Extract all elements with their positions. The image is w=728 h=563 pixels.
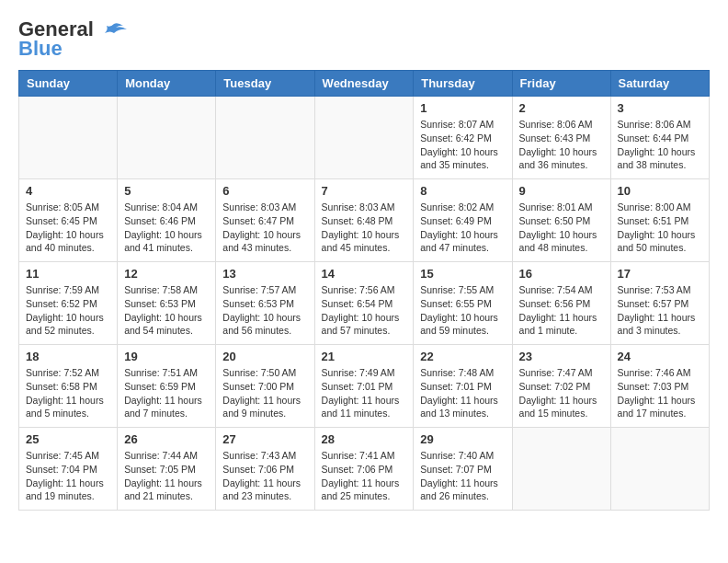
day-number: 25	[26, 432, 110, 446]
day-number: 27	[222, 432, 307, 446]
weekday-header-monday: Monday	[118, 71, 216, 97]
logo: General Blue	[18, 18, 127, 61]
day-number: 9	[519, 184, 604, 198]
day-number: 4	[26, 184, 110, 198]
day-info: Sunrise: 8:00 AM Sunset: 6:51 PM Dayligh…	[618, 201, 702, 255]
day-info: Sunrise: 8:03 AM Sunset: 6:48 PM Dayligh…	[322, 201, 407, 255]
calendar-day-26: 26Sunrise: 7:44 AM Sunset: 7:05 PM Dayli…	[118, 428, 216, 511]
calendar-day-3: 3Sunrise: 8:06 AM Sunset: 6:44 PM Daylig…	[610, 97, 709, 179]
calendar-day-10: 10Sunrise: 8:00 AM Sunset: 6:51 PM Dayli…	[610, 179, 709, 262]
weekday-header-friday: Friday	[512, 71, 610, 97]
day-info: Sunrise: 7:51 AM Sunset: 6:59 PM Dayligh…	[124, 366, 209, 420]
weekday-header-thursday: Thursday	[414, 71, 512, 97]
calendar-day-14: 14Sunrise: 7:56 AM Sunset: 6:54 PM Dayli…	[314, 262, 414, 345]
calendar-day-20: 20Sunrise: 7:50 AM Sunset: 7:00 PM Dayli…	[216, 345, 314, 428]
calendar-day-2: 2Sunrise: 8:06 AM Sunset: 6:43 PM Daylig…	[512, 97, 610, 179]
day-number: 26	[124, 432, 209, 446]
calendar-day-16: 16Sunrise: 7:54 AM Sunset: 6:56 PM Dayli…	[512, 262, 610, 345]
calendar-week-row: 11Sunrise: 7:59 AM Sunset: 6:52 PM Dayli…	[19, 262, 710, 345]
calendar-empty-cell	[118, 97, 216, 179]
calendar-empty-cell	[19, 97, 118, 179]
day-number: 28	[322, 432, 407, 446]
day-number: 23	[519, 350, 604, 363]
calendar-day-5: 5Sunrise: 8:04 AM Sunset: 6:46 PM Daylig…	[118, 179, 216, 262]
logo-bird-icon	[101, 22, 127, 39]
day-info: Sunrise: 7:47 AM Sunset: 7:02 PM Dayligh…	[519, 366, 604, 420]
calendar-day-24: 24Sunrise: 7:46 AM Sunset: 7:03 PM Dayli…	[610, 345, 709, 428]
day-info: Sunrise: 8:07 AM Sunset: 6:42 PM Dayligh…	[420, 118, 505, 172]
day-info: Sunrise: 8:02 AM Sunset: 6:49 PM Dayligh…	[420, 201, 505, 255]
day-info: Sunrise: 7:55 AM Sunset: 6:55 PM Dayligh…	[420, 283, 505, 338]
day-info: Sunrise: 8:06 AM Sunset: 6:43 PM Dayligh…	[519, 118, 604, 172]
day-info: Sunrise: 8:05 AM Sunset: 6:45 PM Dayligh…	[26, 201, 110, 255]
calendar-day-25: 25Sunrise: 7:45 AM Sunset: 7:04 PM Dayli…	[19, 428, 118, 511]
day-number: 20	[222, 350, 307, 363]
day-number: 5	[124, 184, 209, 198]
calendar-empty-cell	[512, 428, 610, 511]
day-info: Sunrise: 7:58 AM Sunset: 6:53 PM Dayligh…	[124, 283, 209, 338]
calendar-day-18: 18Sunrise: 7:52 AM Sunset: 6:58 PM Dayli…	[19, 345, 118, 428]
weekday-header-tuesday: Tuesday	[216, 71, 314, 97]
day-info: Sunrise: 7:53 AM Sunset: 6:57 PM Dayligh…	[618, 283, 702, 338]
day-number: 10	[618, 184, 702, 198]
day-info: Sunrise: 8:03 AM Sunset: 6:47 PM Dayligh…	[222, 201, 307, 255]
calendar-day-6: 6Sunrise: 8:03 AM Sunset: 6:47 PM Daylig…	[216, 179, 314, 262]
day-number: 29	[420, 432, 505, 446]
day-info: Sunrise: 7:45 AM Sunset: 7:04 PM Dayligh…	[26, 449, 110, 503]
day-number: 8	[420, 184, 505, 198]
day-number: 21	[322, 350, 407, 363]
calendar-day-12: 12Sunrise: 7:58 AM Sunset: 6:53 PM Dayli…	[118, 262, 216, 345]
day-number: 24	[618, 350, 702, 363]
weekday-header-row: SundayMondayTuesdayWednesdayThursdayFrid…	[19, 71, 710, 97]
calendar-day-28: 28Sunrise: 7:41 AM Sunset: 7:06 PM Dayli…	[314, 428, 414, 511]
day-number: 18	[26, 350, 110, 363]
calendar-empty-cell	[216, 97, 314, 179]
calendar-day-8: 8Sunrise: 8:02 AM Sunset: 6:49 PM Daylig…	[414, 179, 512, 262]
day-number: 17	[618, 267, 702, 281]
day-info: Sunrise: 7:43 AM Sunset: 7:06 PM Dayligh…	[222, 449, 307, 503]
day-info: Sunrise: 7:41 AM Sunset: 7:06 PM Dayligh…	[322, 449, 407, 503]
day-number: 19	[124, 350, 209, 363]
calendar-week-row: 25Sunrise: 7:45 AM Sunset: 7:04 PM Dayli…	[19, 428, 710, 511]
weekday-header-saturday: Saturday	[610, 71, 709, 97]
calendar-week-row: 18Sunrise: 7:52 AM Sunset: 6:58 PM Dayli…	[19, 345, 710, 428]
day-number: 15	[420, 267, 505, 281]
weekday-header-sunday: Sunday	[19, 71, 118, 97]
weekday-header-wednesday: Wednesday	[314, 71, 414, 97]
day-number: 11	[26, 267, 110, 281]
day-number: 13	[222, 267, 307, 281]
day-info: Sunrise: 8:04 AM Sunset: 6:46 PM Dayligh…	[124, 201, 209, 255]
day-info: Sunrise: 7:54 AM Sunset: 6:56 PM Dayligh…	[519, 283, 604, 338]
day-info: Sunrise: 7:59 AM Sunset: 6:52 PM Dayligh…	[26, 283, 110, 338]
day-number: 2	[519, 101, 604, 115]
day-number: 3	[618, 101, 702, 115]
day-info: Sunrise: 7:48 AM Sunset: 7:01 PM Dayligh…	[420, 366, 505, 420]
day-info: Sunrise: 7:40 AM Sunset: 7:07 PM Dayligh…	[420, 449, 505, 503]
day-number: 7	[322, 184, 407, 198]
day-number: 22	[420, 350, 505, 363]
day-info: Sunrise: 7:46 AM Sunset: 7:03 PM Dayligh…	[618, 366, 702, 420]
day-info: Sunrise: 7:50 AM Sunset: 7:00 PM Dayligh…	[222, 366, 307, 420]
day-number: 12	[124, 267, 209, 281]
calendar-day-15: 15Sunrise: 7:55 AM Sunset: 6:55 PM Dayli…	[414, 262, 512, 345]
day-number: 6	[222, 184, 307, 198]
logo-blue: Blue	[18, 37, 63, 61]
calendar-day-13: 13Sunrise: 7:57 AM Sunset: 6:53 PM Dayli…	[216, 262, 314, 345]
page-header: General Blue	[18, 18, 710, 61]
day-info: Sunrise: 8:01 AM Sunset: 6:50 PM Dayligh…	[519, 201, 604, 255]
calendar-day-7: 7Sunrise: 8:03 AM Sunset: 6:48 PM Daylig…	[314, 179, 414, 262]
calendar-day-23: 23Sunrise: 7:47 AM Sunset: 7:02 PM Dayli…	[512, 345, 610, 428]
day-number: 1	[420, 101, 505, 115]
day-number: 14	[322, 267, 407, 281]
calendar-empty-cell	[314, 97, 414, 179]
day-info: Sunrise: 8:06 AM Sunset: 6:44 PM Dayligh…	[618, 118, 702, 172]
calendar-day-11: 11Sunrise: 7:59 AM Sunset: 6:52 PM Dayli…	[19, 262, 118, 345]
calendar-day-19: 19Sunrise: 7:51 AM Sunset: 6:59 PM Dayli…	[118, 345, 216, 428]
day-info: Sunrise: 7:52 AM Sunset: 6:58 PM Dayligh…	[26, 366, 110, 420]
calendar-table: SundayMondayTuesdayWednesdayThursdayFrid…	[18, 70, 710, 511]
calendar-week-row: 1Sunrise: 8:07 AM Sunset: 6:42 PM Daylig…	[19, 97, 710, 179]
day-info: Sunrise: 7:44 AM Sunset: 7:05 PM Dayligh…	[124, 449, 209, 503]
day-number: 16	[519, 267, 604, 281]
day-info: Sunrise: 7:49 AM Sunset: 7:01 PM Dayligh…	[322, 366, 407, 420]
day-info: Sunrise: 7:56 AM Sunset: 6:54 PM Dayligh…	[322, 283, 407, 338]
